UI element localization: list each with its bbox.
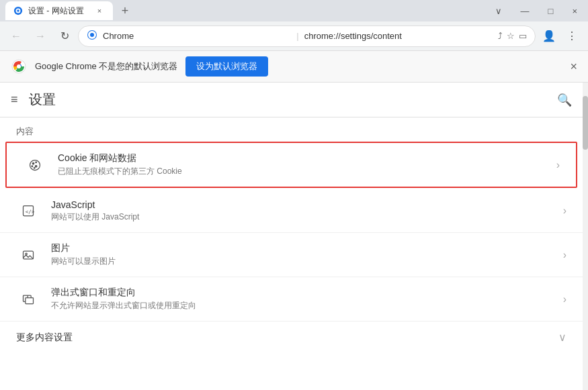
close-window-button[interactable]: × (566, 3, 583, 19)
popups-icon (16, 287, 40, 311)
section-label-content: 内容 (0, 117, 583, 140)
refresh-button[interactable]: ↻ (54, 26, 75, 47)
address-actions: ⤴ ☆ ▭ (498, 31, 527, 41)
svg-point-8 (36, 162, 37, 163)
cookie-item-arrow: › (556, 159, 560, 171)
settings-item-cookie[interactable]: Cookie 和网站数据 已阻止无痕模式下的第三方 Cookie › (5, 142, 577, 188)
nav-right-buttons: 👤 ⋮ (538, 26, 583, 47)
settings-page-title: 设置 (29, 91, 56, 109)
settings-header: ≡ 设置 🔍 (0, 83, 583, 117)
svg-point-10 (35, 165, 37, 167)
settings-item-images[interactable]: 图片 网站可以显示图片 › (0, 233, 583, 277)
refresh-icon: ↻ (60, 30, 69, 42)
cookie-icon (23, 153, 47, 177)
sidebar-toggle-icon[interactable]: ▭ (519, 31, 527, 41)
javascript-item-text: JavaScript 网站可以使用 JavaScript (51, 199, 563, 223)
maximize-button[interactable]: □ (543, 3, 559, 19)
svg-point-1 (17, 9, 19, 12)
site-icon (87, 30, 97, 42)
tab-favicon-icon (13, 6, 23, 15)
scrollbar-thumb[interactable] (583, 96, 588, 150)
svg-point-3 (90, 33, 94, 37)
settings-wrapper: ≡ 设置 🔍 内容 Coo (0, 83, 583, 390)
images-icon (16, 243, 40, 267)
svg-text:</>: </> (26, 209, 35, 215)
window-controls: ∨ — □ × (490, 3, 583, 19)
settings-item-javascript[interactable]: </> JavaScript 网站可以使用 JavaScript › (0, 189, 583, 233)
javascript-item-subtitle: 网站可以使用 JavaScript (51, 211, 563, 223)
cookie-item-title: Cookie 和网站数据 (58, 152, 556, 164)
scrollbar[interactable] (583, 83, 588, 390)
more-icon: ⋮ (566, 30, 577, 42)
minimize-button[interactable]: ∨ (490, 3, 507, 19)
hamburger-menu-icon[interactable]: ≡ (11, 93, 18, 107)
info-bar-close-button[interactable]: × (570, 60, 577, 74)
javascript-icon: </> (16, 199, 40, 223)
url-brand: Chrome (103, 31, 291, 41)
share-icon[interactable]: ⤴ (498, 31, 503, 41)
forward-icon: → (35, 30, 46, 42)
back-icon: ← (11, 30, 22, 42)
url-text: chrome://settings/content (304, 31, 493, 41)
images-item-title: 图片 (51, 242, 563, 254)
profile-button[interactable]: 👤 (538, 26, 560, 47)
svg-point-7 (32, 162, 34, 164)
svg-point-15 (26, 253, 28, 255)
tab-close-button[interactable]: × (94, 5, 105, 16)
back-button[interactable]: ← (5, 26, 27, 47)
popups-item-arrow: › (563, 293, 566, 305)
svg-point-11 (34, 167, 35, 168)
tab-title: 设置 - 网站设置 (28, 5, 84, 17)
minimize-dash-button[interactable]: — (515, 3, 535, 19)
new-tab-button[interactable]: + (116, 1, 134, 20)
images-item-arrow: › (563, 249, 566, 261)
active-tab[interactable]: 设置 - 网站设置 × (5, 1, 113, 20)
images-item-subtitle: 网站可以显示图片 (51, 256, 563, 267)
chrome-logo (11, 58, 27, 75)
set-default-button[interactable]: 设为默认浏览器 (185, 56, 268, 77)
more-settings-chevron-icon: ∨ (558, 331, 566, 344)
javascript-item-arrow: › (563, 205, 566, 217)
settings-search-icon[interactable]: 🔍 (557, 93, 572, 107)
popups-item-text: 弹出式窗口和重定向 不允许网站显示弹出式窗口或使用重定向 (51, 287, 563, 311)
nav-bar: ← → ↻ Chrome | chrome://settings/content… (0, 21, 588, 51)
svg-rect-17 (26, 297, 34, 303)
profile-icon: 👤 (542, 30, 556, 42)
more-content-settings[interactable]: 更多内容设置 ∨ (0, 322, 583, 353)
info-bar: Google Chrome 不是您的默认浏览器 设为默认浏览器 × (0, 51, 588, 83)
cookie-item-subtitle: 已阻止无痕模式下的第三方 Cookie (58, 166, 556, 177)
address-bar[interactable]: Chrome | chrome://settings/content ⤴ ☆ ▭ (78, 26, 536, 47)
url-separator: | (296, 31, 298, 41)
forward-button[interactable]: → (30, 26, 51, 47)
main-area: ≡ 设置 🔍 内容 Coo (0, 83, 588, 390)
settings-item-popups[interactable]: 弹出式窗口和重定向 不允许网站显示弹出式窗口或使用重定向 › (0, 277, 583, 322)
cookie-item-text: Cookie 和网站数据 已阻止无痕模式下的第三方 Cookie (58, 152, 556, 177)
info-bar-message: Google Chrome 不是您的默认浏览器 (35, 60, 177, 72)
content-area: 内容 Cookie 和网站数据 已阻止无痕模式下的第三方 Cookie (0, 117, 583, 390)
javascript-item-title: JavaScript (51, 199, 563, 210)
images-item-text: 图片 网站可以显示图片 (51, 242, 563, 267)
popups-item-subtitle: 不允许网站显示弹出式窗口或使用重定向 (51, 300, 563, 311)
title-bar: 设置 - 网站设置 × + ∨ — □ × (0, 0, 588, 21)
svg-point-5 (17, 64, 21, 68)
chrome-menu-button[interactable]: ⋮ (561, 26, 583, 47)
more-settings-label: 更多内容设置 (16, 332, 73, 344)
bookmark-icon[interactable]: ☆ (507, 31, 515, 41)
svg-point-9 (32, 165, 33, 166)
popups-item-title: 弹出式窗口和重定向 (51, 287, 563, 299)
